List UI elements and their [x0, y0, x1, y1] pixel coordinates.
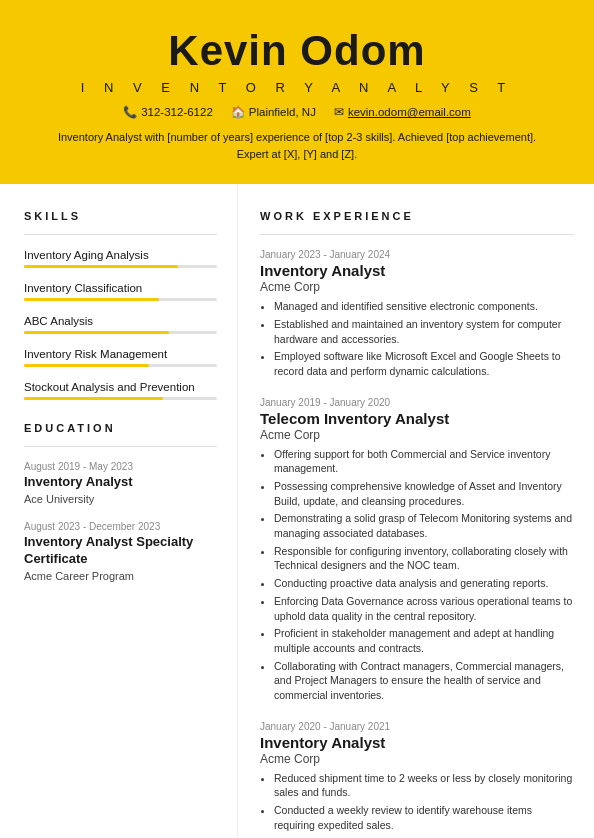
job-2-title: Telecom Inventory Analyst — [260, 410, 574, 428]
list-item: Employed software like Microsoft Excel a… — [274, 349, 574, 378]
list-item: Collaborating with Contract managers, Co… — [274, 659, 574, 703]
location-item: 🏠 Plainfield, NJ — [231, 105, 316, 119]
phone-number: 312-312-6122 — [141, 106, 213, 118]
skill-5: Stockout Analysis and Prevention — [24, 381, 217, 400]
job-1-company: Acme Corp — [260, 280, 574, 294]
job-3-title: Inventory Analyst — [260, 734, 574, 752]
list-item: Reduced shipment time to 2 weeks or less… — [274, 771, 574, 800]
contact-bar: 📞 312-312-6122 🏠 Plainfield, NJ ✉ kevin.… — [30, 105, 564, 119]
resume-container: Kevin Odom I n v e n t o r y A n a l y s… — [0, 0, 594, 838]
skills-section: SKILLS Inventory Aging Analysis Inventor… — [24, 210, 217, 400]
skill-bar-fill-2 — [24, 298, 159, 301]
list-item: Offering support for both Commercial and… — [274, 447, 574, 476]
skills-divider — [24, 234, 217, 235]
skill-1: Inventory Aging Analysis — [24, 249, 217, 268]
list-item: Conducting proactive data analysis and g… — [274, 576, 574, 591]
skill-bar-fill-4 — [24, 364, 149, 367]
skill-bar-bg-5 — [24, 397, 217, 400]
education-section-title: EDUCATION — [24, 422, 217, 434]
email-icon: ✉ — [334, 105, 344, 119]
summary-text: Inventory Analyst with [number of years]… — [57, 129, 537, 162]
job-1-title: Inventory Analyst — [260, 262, 574, 280]
right-column: WORK EXPERIENCE January 2023 - January 2… — [238, 184, 594, 838]
skills-section-title: SKILLS — [24, 210, 217, 222]
list-item: Established and maintained an inventory … — [274, 317, 574, 346]
job-3: January 2020 - January 2021 Inventory An… — [260, 721, 574, 838]
list-item: Demonstrating a solid grasp of Telecom M… — [274, 511, 574, 540]
edu-degree-1: Inventory Analyst — [24, 474, 217, 491]
edu-degree-2: Inventory Analyst Specialty Certificate — [24, 534, 217, 568]
left-column: SKILLS Inventory Aging Analysis Inventor… — [0, 184, 238, 838]
skill-bar-fill-3 — [24, 331, 169, 334]
list-item: Conducted a weekly review to identify wa… — [274, 803, 574, 832]
skill-bar-bg-3 — [24, 331, 217, 334]
job-1-date: January 2023 - January 2024 — [260, 249, 574, 260]
location-icon: 🏠 — [231, 105, 245, 119]
job-1-bullets: Managed and identified sensitive electro… — [260, 299, 574, 378]
skill-bar-bg-2 — [24, 298, 217, 301]
phone-item: 📞 312-312-6122 — [123, 105, 213, 119]
skill-bar-bg-1 — [24, 265, 217, 268]
list-item: Managed and identified sensitive electro… — [274, 299, 574, 314]
list-item: Possessing comprehensive knowledge of As… — [274, 479, 574, 508]
job-3-bullets: Reduced shipment time to 2 weeks or less… — [260, 771, 574, 838]
skill-2: Inventory Classification — [24, 282, 217, 301]
job-3-company: Acme Corp — [260, 752, 574, 766]
list-item: Responsible for configuring inventory, c… — [274, 544, 574, 573]
resume-body: SKILLS Inventory Aging Analysis Inventor… — [0, 184, 594, 838]
work-experience-section: WORK EXPERIENCE January 2023 - January 2… — [260, 210, 574, 838]
job-3-date: January 2020 - January 2021 — [260, 721, 574, 732]
education-section: EDUCATION August 2019 - May 2023 Invento… — [24, 422, 217, 582]
edu-item-2: August 2023 - December 2023 Inventory An… — [24, 521, 217, 582]
email-item: ✉ kevin.odom@email.com — [334, 105, 471, 119]
skill-3: ABC Analysis — [24, 315, 217, 334]
job-2: January 2019 - January 2020 Telecom Inve… — [260, 397, 574, 703]
education-divider — [24, 446, 217, 447]
candidate-title: I n v e n t o r y A n a l y s t — [30, 80, 564, 95]
resume-header: Kevin Odom I n v e n t o r y A n a l y s… — [0, 0, 594, 184]
skill-bar-bg-4 — [24, 364, 217, 367]
job-2-bullets: Offering support for both Commercial and… — [260, 447, 574, 703]
work-divider — [260, 234, 574, 235]
job-2-date: January 2019 - January 2020 — [260, 397, 574, 408]
job-1: January 2023 - January 2024 Inventory An… — [260, 249, 574, 378]
edu-school-1: Ace University — [24, 493, 217, 505]
edu-date-2: August 2023 - December 2023 — [24, 521, 217, 532]
skill-4: Inventory Risk Management — [24, 348, 217, 367]
edu-date-1: August 2019 - May 2023 — [24, 461, 217, 472]
edu-item-1: August 2019 - May 2023 Inventory Analyst… — [24, 461, 217, 505]
phone-icon: 📞 — [123, 105, 137, 119]
list-item: Proficient in stakeholder management and… — [274, 626, 574, 655]
work-section-title: WORK EXPERIENCE — [260, 210, 574, 222]
job-2-company: Acme Corp — [260, 428, 574, 442]
skill-bar-fill-1 — [24, 265, 178, 268]
edu-school-2: Acme Career Program — [24, 570, 217, 582]
skill-bar-fill-5 — [24, 397, 163, 400]
list-item: Enforcing Data Governance across various… — [274, 594, 574, 623]
email-link[interactable]: kevin.odom@email.com — [348, 106, 471, 118]
location-text: Plainfield, NJ — [249, 106, 316, 118]
candidate-name: Kevin Odom — [30, 28, 564, 74]
